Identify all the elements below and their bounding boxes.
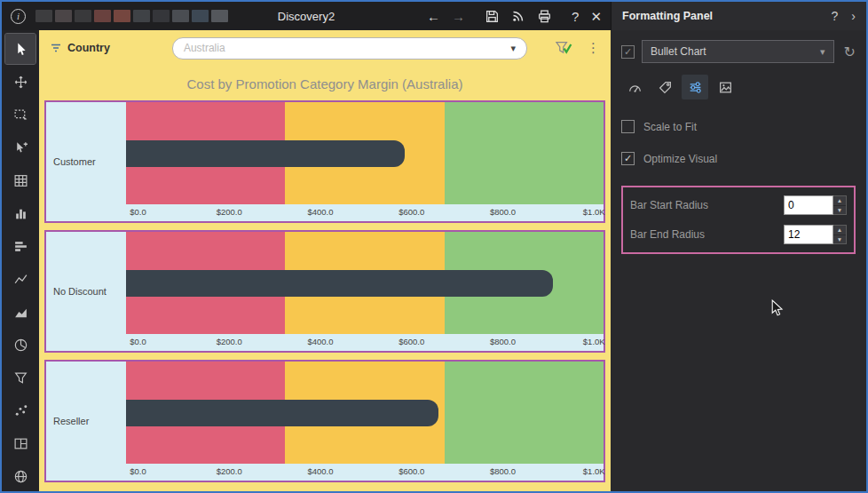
help-icon[interactable]: ? bbox=[572, 10, 579, 23]
slicer-icon bbox=[50, 42, 62, 54]
dropdown-caret-icon[interactable]: ▾ bbox=[820, 46, 825, 58]
axis-tick-label: $0.0 bbox=[130, 466, 146, 476]
bar-chart-visual-icon[interactable] bbox=[5, 231, 36, 261]
spin-down-icon[interactable]: ▼ bbox=[833, 235, 846, 244]
spin-down-icon[interactable]: ▼ bbox=[833, 205, 846, 215]
pie-chart-visual-icon[interactable] bbox=[5, 330, 36, 360]
spin-up-icon[interactable]: ▲ bbox=[833, 226, 846, 235]
qualitative-band bbox=[445, 362, 604, 464]
bar-start-radius-row: Bar Start Radius ▲ ▼ bbox=[630, 195, 847, 215]
color-swatch[interactable] bbox=[153, 10, 170, 22]
pointer-add-tool-icon[interactable] bbox=[5, 132, 36, 163]
axis-tick-label: $0.0 bbox=[130, 207, 146, 217]
chart-type-dropdown[interactable]: Bullet Chart ▾ bbox=[642, 40, 834, 63]
chart-plot: $0.0$200.0$400.0$600.0$800.0$1.0K bbox=[126, 362, 604, 481]
discovery-canvas: Country Australia ▾ ⋮ Cost by Promotion … bbox=[39, 30, 611, 491]
slicer-actions: ⋮ bbox=[555, 40, 600, 56]
bar-end-radius-label: Bar End Radius bbox=[630, 228, 784, 241]
combo-caret-icon[interactable]: ▾ bbox=[510, 43, 516, 54]
lasso-select-tool-icon[interactable] bbox=[5, 99, 36, 130]
axis-tick-label: $800.0 bbox=[490, 207, 516, 217]
value-axis: $0.0$200.0$400.0$600.0$800.0$1.0K bbox=[126, 464, 604, 481]
bullet-chart-reseller[interactable]: Reseller $0.0$200.0$400.0$600.0$800.0$1.… bbox=[44, 360, 605, 482]
panel-help-icon[interactable]: ? bbox=[832, 9, 839, 23]
chart-type-checkbox[interactable]: ✓ bbox=[621, 45, 635, 59]
feed-icon[interactable] bbox=[511, 9, 525, 23]
axis-tick-label: $1.0K bbox=[583, 207, 605, 217]
color-swatch[interactable] bbox=[172, 10, 189, 22]
chart-type-value: Bullet Chart bbox=[651, 45, 820, 58]
country-combo[interactable]: Australia ▾ bbox=[172, 37, 527, 60]
axis-tick-label: $600.0 bbox=[398, 207, 424, 217]
spin-up-icon[interactable]: ▲ bbox=[833, 196, 846, 205]
color-swatch[interactable] bbox=[211, 10, 228, 22]
area-chart-visual-icon[interactable] bbox=[5, 297, 36, 327]
info-icon[interactable]: i bbox=[11, 9, 26, 24]
color-swatch[interactable] bbox=[55, 10, 72, 22]
category-label: Reseller bbox=[46, 362, 126, 481]
color-swatch[interactable] bbox=[192, 10, 209, 22]
slicer-title: Country bbox=[67, 42, 110, 54]
print-icon[interactable] bbox=[537, 9, 552, 24]
bullet-bar[interactable] bbox=[126, 400, 438, 426]
grid-visual-icon[interactable] bbox=[5, 165, 36, 195]
funnel-chart-visual-icon[interactable] bbox=[5, 362, 36, 393]
color-swatch-strip bbox=[36, 10, 228, 22]
scatter-chart-visual-icon[interactable] bbox=[5, 395, 36, 425]
bar-end-radius-input[interactable] bbox=[784, 225, 833, 244]
select-tool-icon[interactable] bbox=[5, 34, 36, 64]
close-icon[interactable]: ✕ bbox=[590, 10, 602, 23]
image-settings-tab-icon[interactable] bbox=[712, 75, 738, 99]
band-area bbox=[126, 232, 604, 334]
category-label: No Discount bbox=[46, 232, 126, 351]
axis-tick-label: $400.0 bbox=[307, 207, 333, 217]
bullet-bar[interactable] bbox=[126, 140, 405, 167]
bullet-bar[interactable] bbox=[126, 270, 553, 297]
optimize-visual-checkbox[interactable]: ✓ bbox=[621, 152, 635, 165]
axis-tick-label: $400.0 bbox=[307, 337, 333, 346]
axis-tick-label: $800.0 bbox=[490, 337, 516, 346]
color-swatch[interactable] bbox=[94, 10, 111, 22]
slicer-bar: Country Australia ▾ ⋮ bbox=[39, 30, 611, 66]
bullet-chart-customer[interactable]: Customer $0.0$200.0$400.0$600.0$800.0$1.… bbox=[44, 100, 605, 223]
bar-radius-group: Bar Start Radius ▲ ▼ Bar End Radius ▲ ▼ bbox=[621, 186, 856, 254]
save-icon[interactable] bbox=[485, 9, 500, 24]
color-swatch[interactable] bbox=[133, 10, 150, 22]
bullet-chart-no-discount[interactable]: No Discount $0.0$200.0$400.0$600.0$800.0… bbox=[44, 230, 605, 353]
axis-tick-label: $600.0 bbox=[398, 337, 424, 346]
column-chart-visual-icon[interactable] bbox=[5, 198, 36, 228]
bar-start-radius-input[interactable] bbox=[784, 195, 833, 215]
band-area bbox=[126, 102, 604, 204]
titlebar-actions: ← → ? ✕ bbox=[427, 9, 602, 24]
axis-tick-label: $600.0 bbox=[398, 466, 424, 476]
treemap-visual-icon[interactable] bbox=[5, 428, 36, 458]
panel-header-actions: ? › bbox=[832, 9, 856, 23]
line-chart-visual-icon[interactable] bbox=[5, 264, 36, 294]
chart-title: Cost by Promotion Category Margin (Austr… bbox=[39, 66, 611, 100]
globe-visual-icon[interactable] bbox=[5, 461, 36, 491]
chart-plot: $0.0$200.0$400.0$600.0$800.0$1.0K bbox=[126, 232, 604, 351]
panel-collapse-icon[interactable]: › bbox=[851, 9, 856, 23]
color-swatch[interactable] bbox=[114, 10, 130, 22]
value-axis: $0.0$200.0$400.0$600.0$800.0$1.0K bbox=[126, 334, 604, 351]
slicer-menu-icon[interactable]: ⋮ bbox=[587, 40, 600, 56]
reset-formatting-icon[interactable]: ↻ bbox=[844, 44, 856, 60]
formatting-panel-title: Formatting Panel bbox=[622, 10, 713, 22]
axis-tick-label: $1.0K bbox=[583, 466, 605, 476]
color-swatch[interactable] bbox=[36, 10, 52, 22]
axis-tick-label: $200.0 bbox=[217, 466, 242, 476]
scale-to-fit-checkbox[interactable] bbox=[621, 120, 635, 133]
forward-icon[interactable]: → bbox=[452, 10, 465, 23]
sliders-settings-tab-icon[interactable] bbox=[682, 75, 708, 99]
bullet-chart-group: Customer $0.0$200.0$400.0$600.0$800.0$1.… bbox=[39, 100, 611, 491]
bar-end-radius-row: Bar End Radius ▲ ▼ bbox=[630, 225, 847, 244]
value-axis: $0.0$200.0$400.0$600.0$800.0$1.0K bbox=[126, 204, 604, 221]
color-swatch[interactable] bbox=[75, 10, 91, 22]
chart-type-row: ✓ Bullet Chart ▾ ↻ bbox=[621, 40, 856, 63]
bar-start-radius-label: Bar Start Radius bbox=[630, 199, 784, 211]
gauge-settings-tab-icon[interactable] bbox=[621, 75, 648, 99]
move-tool-icon[interactable] bbox=[5, 67, 36, 97]
back-icon[interactable]: ← bbox=[427, 10, 440, 23]
apply-filter-icon[interactable] bbox=[555, 41, 572, 55]
labels-settings-tab-icon[interactable] bbox=[651, 75, 678, 99]
